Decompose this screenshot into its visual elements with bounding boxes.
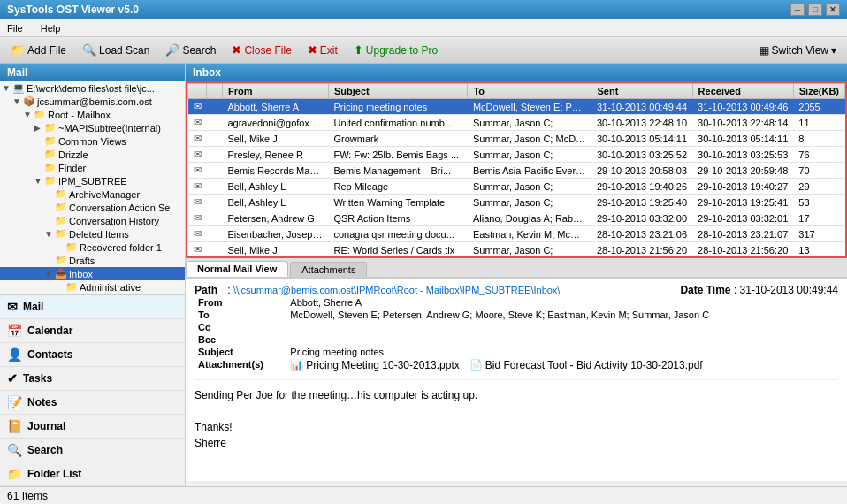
- nav-calendar-button[interactable]: 📅 Calendar: [0, 319, 185, 343]
- maximize-button[interactable]: □: [808, 4, 822, 16]
- nav-notes-button[interactable]: 📝 Notes: [0, 391, 185, 415]
- subject-cell: Bemis Management – Bri...: [328, 163, 468, 179]
- path-value[interactable]: \\jcsummar@bemis.com.ost\IPMRoot\Root - …: [233, 285, 560, 295]
- size-cell: 2055: [793, 99, 844, 115]
- table-row[interactable]: ✉ agravedoni@gofox.com United confirmati…: [188, 115, 845, 131]
- app-title: SysTools OST Viewer v5.0: [7, 4, 139, 16]
- table-row[interactable]: ✉ Eisenbacher, Joseph R conagra qsr meet…: [188, 226, 845, 242]
- nav-contacts-button[interactable]: 👤 Contacts: [0, 343, 185, 367]
- subject-cell: Pricing meeting notes: [328, 99, 468, 115]
- table-header-row: From Subject To Sent Received Size(KB): [188, 84, 845, 99]
- folderlist-icon: 📁: [7, 467, 22, 481]
- tree-toggle[interactable]: ▼: [12, 96, 23, 106]
- tab-normal-mail[interactable]: Normal Mail View: [186, 261, 288, 277]
- inbox-header: Inbox: [186, 64, 847, 81]
- tree-toggle[interactable]: ▶: [34, 123, 44, 133]
- tree-node-finder[interactable]: 📁 Finder: [0, 161, 185, 174]
- tree-toggle[interactable]: ▼: [2, 83, 12, 93]
- table-row[interactable]: ✉ Petersen, Andrew G QSR Action Items Al…: [188, 210, 845, 226]
- table-row[interactable]: ✉ Sell, Mike J Growmark Summar, Jason C;…: [188, 131, 845, 147]
- tree-node-recovered[interactable]: 📁 Recovered folder 1: [0, 241, 185, 254]
- tree-node-inbox[interactable]: ▼ 📥 Inbox: [0, 267, 185, 280]
- table-row[interactable]: ✉ Bell, Ashley L Written Warning Templat…: [188, 195, 845, 210]
- sent-cell: 28-10-2013 21:56:20: [591, 242, 692, 258]
- folder-icon: 📁: [44, 175, 57, 187]
- tree-node-admin[interactable]: 📁 Administrative: [0, 280, 185, 294]
- size-cell: 76: [793, 147, 844, 163]
- from-cell: Bell, Ashley L: [222, 179, 328, 195]
- to-cell: Summar, Jason C; McDowell...: [468, 131, 591, 147]
- folder-icon: 📁: [44, 135, 57, 147]
- upgrade-button[interactable]: ⬆ Upgrade to Pro: [347, 40, 445, 60]
- tree-toggle[interactable]: ▼: [23, 110, 34, 119]
- switch-view-button[interactable]: ▦ Switch View ▾: [752, 41, 843, 60]
- folder-icon: 📁: [55, 215, 67, 226]
- menu-help[interactable]: Help: [37, 21, 65, 35]
- tree-node-deleted[interactable]: ▼ 📁 Deleted Items: [0, 227, 185, 241]
- tree-toggle[interactable]: ▼: [44, 269, 55, 279]
- nav-tasks-button[interactable]: ✔ Tasks: [0, 367, 185, 391]
- tree-node-conv-history[interactable]: 📁 Conversation History: [0, 214, 185, 227]
- tree-toggle[interactable]: ▼: [34, 176, 44, 186]
- close-file-button[interactable]: ✖ Close File: [225, 40, 298, 60]
- bcc-label: Bcc: [195, 333, 274, 346]
- sidebar: Mail ▼ 💻 E:\work\demo files\ost file\jc.…: [0, 64, 186, 486]
- email-list[interactable]: From Subject To Sent Received Size(KB) ✉…: [186, 81, 847, 258]
- nav-mail-button[interactable]: ✉ Mail: [0, 295, 185, 319]
- table-row[interactable]: ✉ Abbott, Sherre A Pricing meeting notes…: [188, 99, 845, 115]
- to-cell: Summar, Jason C;: [468, 115, 591, 131]
- exit-button[interactable]: ✖ Exit: [301, 40, 345, 60]
- table-row[interactable]: ✉ Presley, Renee R FW: Fw: 25lb. Bemis B…: [188, 147, 845, 163]
- meta-attachments-row: Attachment(s) : 📊 Pricing Meeting 10-30-…: [195, 358, 838, 372]
- to-cell: Aliano, Douglas A; Rabe, Je...: [468, 210, 591, 226]
- tree-node-root-mailbox[interactable]: ▼ 📁 Root - Mailbox: [0, 108, 185, 121]
- tree-node-root-drive[interactable]: ▼ 💻 E:\work\demo files\ost file\jc...: [0, 81, 185, 95]
- table-row[interactable]: ✉ Bell, Ashley L Rep Mileage Summar, Jas…: [188, 179, 845, 195]
- from-cell: Abbott, Sherre A: [222, 99, 328, 115]
- search-button[interactable]: 🔎 Search: [158, 40, 223, 60]
- tree-node-drafts[interactable]: 📁 Drafts: [0, 254, 185, 267]
- col-flag[interactable]: [207, 84, 223, 99]
- col-to[interactable]: To: [468, 84, 591, 99]
- folder-tree[interactable]: ▼ 💻 E:\work\demo files\ost file\jc... ▼ …: [0, 81, 185, 294]
- nav-search-button[interactable]: 🔍 Search: [0, 439, 185, 462]
- cc-label: Cc: [195, 321, 274, 333]
- attachment-pdf[interactable]: 📄 Bid Forecast Tool - Bid Activity 10-30…: [469, 359, 703, 371]
- email-icon: ✉: [194, 133, 202, 143]
- title-bar: SysTools OST Viewer v5.0 ─ □ ✕: [0, 0, 847, 19]
- tree-node-archive[interactable]: 📁 ArchiveManager: [0, 187, 185, 201]
- sent-cell: 30-10-2013 22:48:10: [591, 115, 692, 131]
- attachment-pptx[interactable]: 📊 Pricing Meeting 10-30-2013.pptx: [290, 359, 459, 371]
- menu-file[interactable]: File: [4, 21, 27, 35]
- col-icon[interactable]: [188, 84, 207, 99]
- add-file-button[interactable]: 📁 Add File: [4, 40, 73, 60]
- tree-node-conv-action[interactable]: 📁 Conversation Action Se: [0, 201, 185, 214]
- tree-node-ipm-subtree[interactable]: ▼ 📁 IPM_SUBTREE: [0, 174, 185, 187]
- nav-buttons: ✉ Mail 📅 Calendar 👤 Contacts ✔ Tasks 📝 N…: [0, 294, 185, 486]
- meta-to-row: To : McDowell, Steven E; Petersen, Andre…: [195, 309, 838, 321]
- close-button[interactable]: ✕: [826, 4, 840, 16]
- minimize-button[interactable]: ─: [790, 4, 805, 16]
- contacts-icon: 👤: [7, 347, 22, 362]
- col-subject[interactable]: Subject: [328, 84, 468, 99]
- col-size[interactable]: Size(KB): [793, 84, 844, 99]
- tree-node-ost-file[interactable]: ▼ 📦 jcsummar@bemis.com.ost: [0, 95, 185, 108]
- pdf-icon: 📄: [469, 359, 483, 371]
- received-cell: 29-10-2013 19:25:41: [692, 195, 793, 210]
- tab-attachments[interactable]: Attachments: [290, 262, 367, 277]
- col-received[interactable]: Received: [692, 84, 793, 99]
- meta-subject-row: Subject : Pricing meeting notes: [195, 346, 838, 358]
- tree-toggle[interactable]: ▼: [44, 229, 55, 239]
- col-sent[interactable]: Sent: [591, 84, 692, 99]
- table-row[interactable]: ✉ Sell, Mike J RE: World Series / Cards …: [188, 242, 845, 258]
- col-from[interactable]: From: [222, 84, 328, 99]
- nav-folderlist-button[interactable]: 📁 Folder List: [0, 462, 185, 486]
- tree-node-common-views[interactable]: 📁 Common Views: [0, 134, 185, 148]
- load-scan-button[interactable]: 🔍 Load Scan: [75, 40, 156, 60]
- nav-journal-button[interactable]: 📔 Journal: [0, 415, 185, 439]
- tree-node-drizzle[interactable]: 📁 Drizzle: [0, 148, 185, 161]
- path-row: Path : \\jcsummar@bemis.com.ost\IPMRoot\…: [195, 284, 838, 296]
- sent-cell: 30-10-2013 03:25:52: [591, 147, 692, 163]
- table-row[interactable]: ✉ Bemis Records Manageme... Bemis Manage…: [188, 163, 845, 179]
- tree-node-mapi[interactable]: ▶ 📁 ~MAPISubtree(Internal): [0, 121, 185, 134]
